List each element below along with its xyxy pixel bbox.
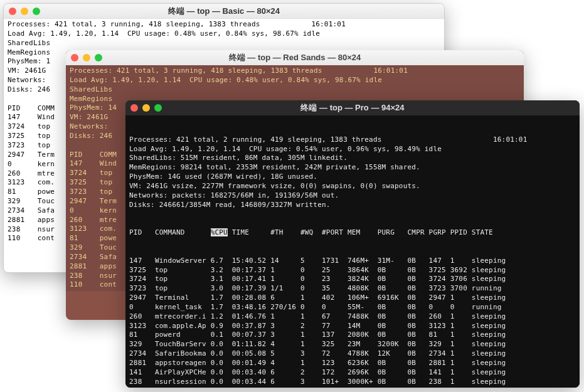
traffic-lights bbox=[130, 104, 162, 112]
close-icon[interactable] bbox=[130, 104, 138, 112]
window-title: 终端 — top — Pro — 94×24 bbox=[130, 102, 575, 114]
window-title: 终端 — top — Basic — 80×24 bbox=[9, 6, 439, 17]
top-process-list: 147 WindowServer 6.7 15:40.52 14 5 1731 … bbox=[129, 257, 576, 387]
traffic-lights bbox=[9, 8, 40, 15]
maximize-icon[interactable] bbox=[33, 8, 40, 15]
top-header: Processes: 421 total, 2 running, 419 sle… bbox=[129, 135, 576, 210]
maximize-icon[interactable] bbox=[154, 104, 162, 112]
titlebar[interactable]: 终端 — top — Basic — 80×24 bbox=[4, 4, 444, 19]
minimize-icon[interactable] bbox=[83, 54, 90, 61]
terminal-output: Processes: 421 total, 2 running, 419 sle… bbox=[125, 115, 580, 388]
titlebar[interactable]: 终端 — top — Red Sands — 80×24 bbox=[66, 50, 524, 65]
close-icon[interactable] bbox=[9, 8, 16, 15]
terminal-window-pro[interactable]: 终端 — top — Pro — 94×24 Processes: 421 to… bbox=[125, 100, 580, 388]
close-icon[interactable] bbox=[71, 54, 78, 61]
top-columns: PID COMMAND %CPU TIME #TH #WQ #PORT MEM … bbox=[129, 228, 576, 238]
maximize-icon[interactable] bbox=[95, 54, 102, 61]
traffic-lights bbox=[71, 54, 102, 61]
sort-column-highlight: %CPU bbox=[211, 228, 228, 236]
titlebar[interactable]: 终端 — top — Pro — 94×24 bbox=[125, 100, 580, 115]
minimize-icon[interactable] bbox=[21, 8, 28, 15]
window-title: 终端 — top — Red Sands — 80×24 bbox=[71, 52, 519, 63]
minimize-icon[interactable] bbox=[142, 104, 150, 112]
